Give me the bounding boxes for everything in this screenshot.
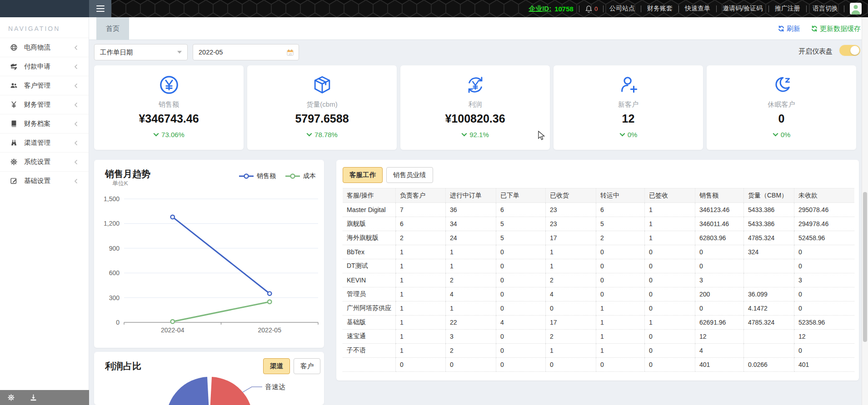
column-header: 负责客户 (396, 188, 446, 203)
sidebar-item-4[interactable]: 财务档案 (0, 114, 89, 133)
table-cell (744, 330, 794, 344)
chart-legend: 销售额成本 (239, 172, 316, 180)
notification-count: 0 (594, 5, 598, 12)
column-header: 客服/操作 (343, 188, 396, 203)
topbar-menu: 企业ID:107580公司站点财务账套快速查单邀请码/验证码推广注册语言切换 (111, 0, 868, 17)
stat-card-4: 休眠客户00% (707, 65, 856, 150)
table-cell: DT测试 (343, 259, 396, 273)
table-cell: BbTex (343, 245, 396, 259)
table-cell: 0 (645, 358, 695, 372)
date-input[interactable] (199, 49, 286, 56)
topbar-menu-item[interactable]: 公司站点 (604, 5, 641, 13)
topbar-menu-item[interactable]: 语言切换 (807, 5, 844, 13)
sales-trend-panel: 销售月趋势 销售额成本 1,5001,20090060030002022-042… (94, 160, 324, 348)
tab-home[interactable]: 首页 (96, 17, 129, 40)
sidebar-item-2[interactable]: 客户管理 (0, 76, 89, 95)
arrow-down-icon (153, 133, 159, 137)
table-cell: 52458.96 (794, 231, 854, 245)
table-cell: 0 (794, 245, 854, 259)
table-cell: 4785.324 (744, 316, 794, 330)
topbar-menu-item[interactable]: 推广注册 (769, 5, 806, 13)
stat-card-change: 78.78% (306, 131, 338, 138)
table-tabs: 客服工作销售员业绩 (343, 167, 433, 183)
table-tab-0[interactable]: 客服工作 (343, 167, 383, 183)
date-type-select[interactable]: 工作单日期 (94, 44, 188, 60)
table-cell: 17 (546, 231, 596, 245)
sidebar-item-5[interactable]: 渠道管理 (0, 133, 89, 152)
svg-text:15: 15 (289, 52, 292, 55)
table-cell: 0 (645, 344, 695, 358)
table-cell: 4 (496, 316, 546, 330)
topbar-menu-item[interactable]: 快速查单 (679, 5, 716, 13)
topbar-menu-item[interactable]: 财务账套 (641, 5, 678, 13)
column-header: 货量（CBM） (744, 188, 794, 203)
work-table-panel: 客服工作销售员业绩 客服/操作负责客户进行中订单已下单已收货转运中已签收销售额货… (336, 160, 859, 380)
arrow-down-icon (461, 133, 467, 137)
chevron-left-icon (71, 102, 80, 108)
toggle-knob (850, 46, 859, 55)
sidebar-item-0[interactable]: 电商物流 (0, 38, 89, 57)
table-cell: 0 (695, 259, 744, 273)
hamburger-menu-button[interactable] (89, 0, 111, 17)
table-cell: 0 (496, 287, 546, 301)
company-id-value: 10758 (554, 5, 574, 13)
chevron-left-icon (71, 159, 80, 165)
table-cell: 0 (645, 245, 695, 259)
pie-slice-label: 音速达 (265, 383, 285, 390)
company-id: 企业ID:10758 (523, 5, 579, 13)
legend-label: 销售额 (257, 172, 276, 180)
table-cell: 1 (396, 245, 446, 259)
table-cell: 6 (396, 217, 446, 231)
legend-label: 成本 (303, 172, 316, 180)
stat-card-change-value: 0% (628, 131, 638, 138)
sidebar-item-3[interactable]: 财务管理 (0, 95, 89, 114)
table-cell: 1 (596, 344, 645, 358)
update-cache-label: 更新数据缓存 (820, 25, 861, 33)
pie-button-0[interactable]: 渠道 (263, 358, 290, 374)
user-avatar-icon[interactable] (850, 3, 862, 15)
binoculars-icon (9, 139, 18, 147)
table-cell: 1 (596, 330, 645, 344)
table-cell: 2 (546, 273, 596, 287)
table-row: Master Digital73662361346123.465433.3862… (343, 203, 854, 217)
table-cell: 295078.46 (794, 203, 854, 217)
sidebar-item-label: 财务管理 (24, 100, 71, 109)
notifications-button[interactable]: 0 (579, 5, 603, 13)
dashboard-toggle[interactable] (839, 44, 861, 56)
sales-trend-chart: 1,5001,20090060030002022-042022-05单位K (94, 160, 324, 348)
refresh-icon (811, 25, 818, 32)
sidebar-item-6[interactable]: 系统设置 (0, 152, 89, 171)
table-cell: 401 (794, 358, 854, 372)
download-icon[interactable] (30, 394, 37, 401)
svg-text:2022-04: 2022-04 (161, 326, 185, 334)
table-cell: 1 (645, 203, 695, 217)
table-cell: 0 (396, 358, 446, 372)
date-picker[interactable]: 15 (193, 44, 299, 60)
table-tab-1[interactable]: 销售员业绩 (386, 167, 433, 183)
scrollbar-thumb[interactable] (863, 192, 867, 342)
topbar-menu-item[interactable]: 邀请码/验证码 (717, 5, 768, 13)
page-scrollbar[interactable] (862, 17, 868, 405)
table-cell: 1 (546, 344, 596, 358)
sidebar-item-label: 系统设置 (24, 158, 71, 166)
legend-item-1[interactable]: 成本 (285, 172, 316, 180)
arrow-down-icon (619, 133, 625, 137)
table-cell: 36.099 (744, 287, 794, 301)
moon-sleep-icon (771, 74, 792, 95)
svg-text:1,500: 1,500 (104, 195, 120, 202)
table-header-row: 客服/操作负责客户进行中订单已下单已收货转运中已签收销售额货量（CBM）未收款 (343, 188, 854, 203)
users-icon (9, 82, 18, 89)
table-row: 子不语12011040 (343, 344, 854, 358)
refresh-button[interactable]: 刷新 (778, 25, 800, 33)
sidebar-item-7[interactable]: 基础设置 (0, 171, 89, 190)
table-cell: 3 (446, 330, 496, 344)
legend-item-0[interactable]: 销售额 (239, 172, 276, 180)
chevron-left-icon (71, 121, 80, 127)
update-cache-button[interactable]: 更新数据缓存 (811, 25, 861, 33)
sidebar-item-1[interactable]: 付款申请 (0, 57, 89, 76)
package-icon (312, 74, 333, 95)
sales-trend-title: 销售月趋势 (105, 168, 150, 180)
pie-button-1[interactable]: 客户 (294, 358, 320, 374)
table-cell: 2 (446, 273, 496, 287)
settings-gear-icon[interactable] (7, 394, 15, 401)
